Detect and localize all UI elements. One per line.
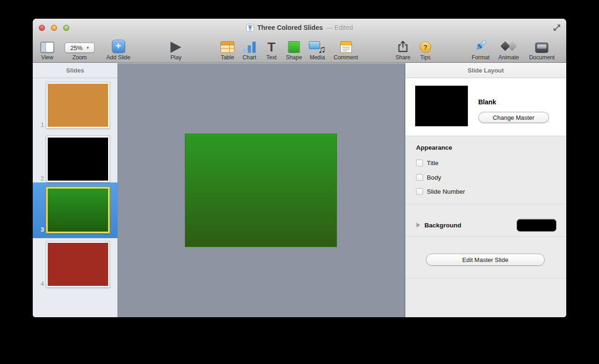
background-color-well[interactable] [517,219,556,232]
format-brush-icon [475,39,487,51]
appearance-section: Appearance Title Body Slide Number [405,136,566,204]
text-button[interactable]: T Text [266,38,277,61]
view-icon [40,42,54,53]
fullscreen-icon[interactable] [553,24,561,31]
table-icon [220,41,234,53]
chart-button[interactable]: Chart [242,38,256,61]
master-section: Blank Change Master [405,78,566,136]
text-tool-icon: T [267,41,275,53]
shape-icon [288,41,300,53]
document-icon [535,43,548,53]
zoom-value: 25% [70,44,82,51]
slide-number: 2 [33,175,44,182]
play-button[interactable]: Play [170,38,181,61]
format-button[interactable]: Format [472,38,489,61]
edit-master-section: Edit Master Slide [405,237,566,278]
content-area: Slides 1 2 3 4 Slide La [33,63,566,317]
edit-master-slide-button[interactable]: Edit Master Slide [426,254,545,266]
comment-button[interactable]: Comment [334,38,358,61]
tips-icon: ? [420,41,431,53]
shape-button[interactable]: Shape [286,38,302,61]
media-icon: ♫ [309,40,326,53]
slide-number-checkbox[interactable] [416,188,423,195]
slide-number-checkbox-row: Slide Number [416,188,465,195]
inspector-header: Slide Layout [405,63,566,78]
add-slide-button[interactable]: + Add Slide [106,38,130,61]
slide-number: 1 [33,121,44,128]
window-title-area: Three Colored Slides — Edited [33,19,566,36]
document-button[interactable]: Document [529,38,555,61]
comment-icon [340,41,351,53]
title-checkbox-row: Title [416,159,438,167]
animate-icon [500,40,517,53]
tips-button[interactable]: ? Tips [420,38,431,61]
add-slide-icon: + [112,40,125,53]
slide-canvas [118,63,405,317]
slides-sidebar: Slides 1 2 3 4 [33,63,118,317]
body-checkbox[interactable] [416,174,423,181]
slide-thumbnail-1[interactable] [46,82,110,128]
slide-row-1[interactable]: 1 [33,82,117,128]
sidebar-header: Slides [33,63,117,78]
table-button[interactable]: Table [220,38,234,61]
slide-number: 4 [33,280,44,287]
background-label: Background [424,222,461,229]
chevron-down-icon: ▾ [87,45,89,50]
share-button[interactable]: Share [395,38,410,61]
chart-icon [243,41,256,53]
current-slide[interactable] [185,133,337,247]
window-header: Three Colored Slides — Edited View 25% ▾… [33,19,566,63]
slide-layout-inspector: Slide Layout Blank Change Master Appeara… [405,63,566,317]
slide-row-4[interactable]: 4 [33,241,117,287]
view-button[interactable]: View [40,38,54,61]
titlebar: Three Colored Slides — Edited [33,19,566,36]
slide-thumbnail-3[interactable] [46,187,110,233]
slide-row-3-selected[interactable]: 3 [33,187,117,233]
background-section: Background [405,204,566,237]
keynote-window: Three Colored Slides — Edited View 25% ▾… [33,19,566,317]
master-thumbnail[interactable] [416,86,468,126]
body-checkbox-row: Body [416,174,441,181]
media-button[interactable]: ♫ Media [309,38,326,61]
keynote-document-icon [246,24,254,32]
slide-row-2[interactable]: 2 [33,136,117,182]
window-title: Three Colored Slides [257,24,323,31]
master-name: Blank [478,98,496,106]
disclosure-triangle-icon[interactable] [416,223,420,227]
animate-button[interactable]: Animate [498,38,519,61]
play-icon [171,42,182,53]
share-icon [397,40,409,53]
change-master-button[interactable]: Change Master [478,112,549,123]
zoom-dropdown[interactable]: 25% ▾ Zoom [65,38,95,61]
edited-status: — Edited [326,24,353,31]
slide-number: 3 [33,226,44,233]
title-checkbox[interactable] [416,160,423,167]
zoom-value-select[interactable]: 25% ▾ [65,43,95,53]
slide-thumbnail-2[interactable] [46,136,110,182]
slide-thumbnail-4[interactable] [46,241,110,287]
appearance-heading: Appearance [416,144,452,151]
